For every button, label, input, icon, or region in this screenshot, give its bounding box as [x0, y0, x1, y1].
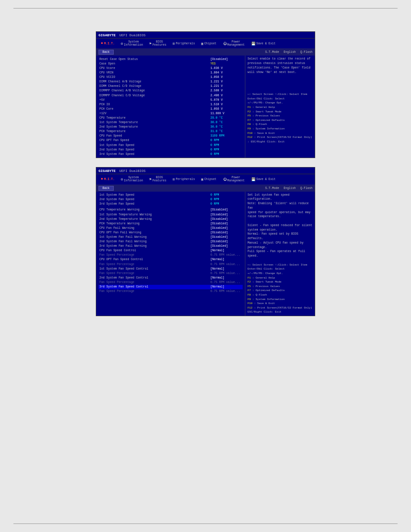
- table-row[interactable]: 2nd System Fan Speed 0 RPM: [98, 147, 243, 152]
- setting-value: 31.0 °C: [210, 129, 242, 133]
- setting-label: Fan Speed Percentage: [99, 253, 210, 257]
- nav-system-2[interactable]: ⚙ SystemInformation: [118, 175, 146, 183]
- table-row[interactable]: 1st System Temperature Warning [Disabled…: [98, 212, 243, 217]
- table-row[interactable]: 1st System Fan Speed Control [Normal]: [98, 266, 243, 271]
- table-row[interactable]: CPU Vcore 1.036 V: [98, 66, 243, 70]
- table-row[interactable]: PCH Temperature Warning [Disabled]: [98, 221, 243, 226]
- nav-mit-2[interactable]: ● M.I.T.: [98, 176, 117, 182]
- table-row[interactable]: 1st System Temperature 30.0 °C: [98, 120, 243, 125]
- chipset-icon: ▣: [201, 42, 203, 46]
- stmode-label-1[interactable]: S.T.Mode: [265, 51, 279, 54]
- setting-label: 2nd System Temperature Warning: [99, 217, 210, 221]
- nav-bar-1: ● M.I.T. ⚙ SystemInformation ⚑ BIOSFeatu…: [96, 39, 315, 49]
- nav-power-2[interactable]: ⏻ PowerManagement: [220, 175, 248, 183]
- setting-value: [Normal]: [210, 267, 242, 271]
- setting-value: [Disabled]: [210, 231, 242, 235]
- table-row[interactable]: PCH IO 1.510 V: [98, 102, 243, 107]
- nav-bios-1[interactable]: ⚑ BIOSFeatures: [147, 39, 169, 47]
- setting-value: [Normal]: [210, 276, 242, 280]
- setting-label: CPU Vcore: [99, 66, 210, 70]
- table-row[interactable]: PCH Core 1.056 V: [98, 107, 243, 111]
- setting-label: DIMM Channel C/D Voltage: [99, 84, 210, 88]
- nav-power-label-2: PowerManagement: [227, 176, 245, 182]
- table-row[interactable]: CPU Fan Speed Control [Normal]: [98, 249, 243, 253]
- table-row[interactable]: CPU Fan Speed 3169 RPM: [98, 134, 243, 138]
- nav-power-1[interactable]: ⏻ PowerManagement: [220, 39, 248, 47]
- setting-label: PCH Core: [99, 107, 210, 111]
- table-row[interactable]: 1st System Fan Fail Warning [Disabled]: [98, 235, 243, 239]
- setting-value: [Disabled]: [210, 57, 242, 61]
- table-row[interactable]: DIMM Channel A/B Voltage 1.221 V: [98, 80, 243, 84]
- chipset-icon-2: ▣: [201, 177, 203, 181]
- nav-save-label: Save & Exit: [257, 42, 276, 45]
- table-row[interactable]: Reset Case Open Status [Disabled]: [98, 57, 243, 61]
- table-row[interactable]: 2nd System Temperature 30.0 °C: [98, 125, 243, 129]
- table-row[interactable]: 3rd System Fan Speed 0 RPM: [98, 152, 243, 156]
- toolbar-2: Back S.T.Mode English Q-Flash: [96, 185, 315, 192]
- setting-label: 1st System Fan Speed Control: [99, 267, 210, 271]
- setting-value: 0 RPM: [210, 143, 242, 147]
- power-icon: ⏻: [223, 42, 227, 46]
- setting-label: CPU OPT Fan Speed: [99, 138, 210, 142]
- table-row[interactable]: DIMM Channel C/D Voltage 1.221 V: [98, 84, 243, 89]
- table-row[interactable]: 3rd System Fan Fail Warning [Disabled]: [98, 244, 243, 249]
- back-button-1[interactable]: Back: [98, 50, 114, 55]
- setting-value: YES: [210, 62, 242, 66]
- table-row[interactable]: 1st System Fan Speed 0 RPM: [98, 143, 243, 147]
- setting-value: [Normal]: [210, 249, 242, 253]
- table-row[interactable]: CPU OPT Fan Speed Control [Normal]: [98, 257, 243, 262]
- nav-bios-2[interactable]: ⚑ BIOSFeatures: [147, 175, 169, 183]
- setting-label: DIMM Channel A/B Voltage: [99, 80, 210, 84]
- table-row[interactable]: CPU Temperature 29.0 °C: [98, 116, 243, 120]
- nav-chipset-1[interactable]: ▣ Chipset: [198, 41, 219, 47]
- setting-value: 1.056 V: [210, 107, 242, 111]
- table-row[interactable]: 3rd System Fan Speed Control [Normal]: [98, 285, 243, 289]
- table-row[interactable]: +5V 5.070 V: [98, 98, 243, 102]
- setting-label: +5V: [99, 98, 210, 102]
- setting-value: 0.75 RPM value...: [210, 280, 242, 284]
- nav-system-1[interactable]: ⚙ SystemInformation: [118, 39, 146, 47]
- nav-save-1[interactable]: 💾 Save & Exit: [248, 41, 278, 47]
- left-panel-2: 1st System Fan Speed 0 RPM 2nd System Fa…: [96, 192, 245, 316]
- main-content-1: Reset Case Open Status [Disabled] Case O…: [96, 56, 315, 158]
- language-label-1[interactable]: English: [283, 51, 295, 54]
- setting-value: 0 RPM: [210, 148, 242, 152]
- table-row[interactable]: CPU Fan Fail Warning [Disabled]: [98, 226, 243, 230]
- key-help-1: ↔: Select Screen ↑↓Click: Select Item En…: [248, 92, 313, 144]
- table-row[interactable]: CPU VRIN 1.804 V: [98, 71, 243, 75]
- nav-save-2[interactable]: 💾 Save & Exit: [248, 176, 278, 182]
- table-row[interactable]: CPU Temperature Warning [Disabled]: [98, 208, 243, 212]
- language-label-2[interactable]: English: [283, 187, 295, 190]
- table-row[interactable]: Case Open YES: [98, 61, 243, 66]
- table-row[interactable]: PCH Temperature 31.0 °C: [98, 129, 243, 134]
- nav-save-label-2: Save & Exit: [257, 178, 276, 181]
- qflash-label-1[interactable]: Q-Flash: [300, 51, 313, 54]
- back-button-2[interactable]: Back: [98, 186, 114, 191]
- setting-label: 3rd System Fan Speed: [99, 152, 210, 156]
- system-icon: ⚙: [121, 42, 123, 46]
- table-row[interactable]: CPU OPT Fan Speed 0 RPM: [98, 138, 243, 143]
- table-row[interactable]: 2nd System Fan Speed Control [Normal]: [98, 275, 243, 280]
- nav-system-label: SystemInformation: [124, 40, 143, 47]
- setting-label: +12V: [99, 112, 210, 116]
- table-row[interactable]: +12V 11.880 V: [98, 111, 243, 116]
- nav-mit-1[interactable]: ● M.I.T.: [98, 40, 117, 47]
- nav-chipset-2[interactable]: ▣ Chipset: [198, 176, 219, 182]
- table-row[interactable]: CPU VCCIO 1.056 V: [98, 75, 243, 80]
- gigabyte-logo-1: GIGABYTE: [98, 33, 116, 37]
- nav-peripherals-1[interactable]: ⊞ Peripherals: [170, 41, 198, 47]
- left-panel-1: Reset Case Open Status [Disabled] Case O…: [96, 56, 245, 158]
- nav-peripherals-2[interactable]: ⊞ Peripherals: [170, 176, 198, 182]
- qflash-label-2[interactable]: Q-Flash: [300, 187, 313, 190]
- table-row[interactable]: 2nd System Temperature Warning [Disabled…: [98, 217, 243, 221]
- table-row[interactable]: DIMMPP Channel C/D Voltage 2.496 V: [98, 93, 243, 98]
- table-row[interactable]: 2nd System Fan Fail Warning [Disabled]: [98, 240, 243, 244]
- stmode-label-2[interactable]: S.T.Mode: [265, 187, 279, 190]
- right-panel-2: Set 1st system fan speed configuration. …: [245, 192, 315, 316]
- save-icon: 💾: [251, 42, 256, 46]
- peripherals-icon: ⊞: [173, 42, 175, 46]
- table-row[interactable]: DIMMPP Channel A/B Voltage 2.500 V: [98, 89, 243, 93]
- table-row[interactable]: CPU OPT Fan Fail Warning [Disabled]: [98, 230, 243, 235]
- setting-value: 0 RPM: [210, 202, 242, 206]
- nav-peripherals-label-2: Peripherals: [176, 178, 195, 181]
